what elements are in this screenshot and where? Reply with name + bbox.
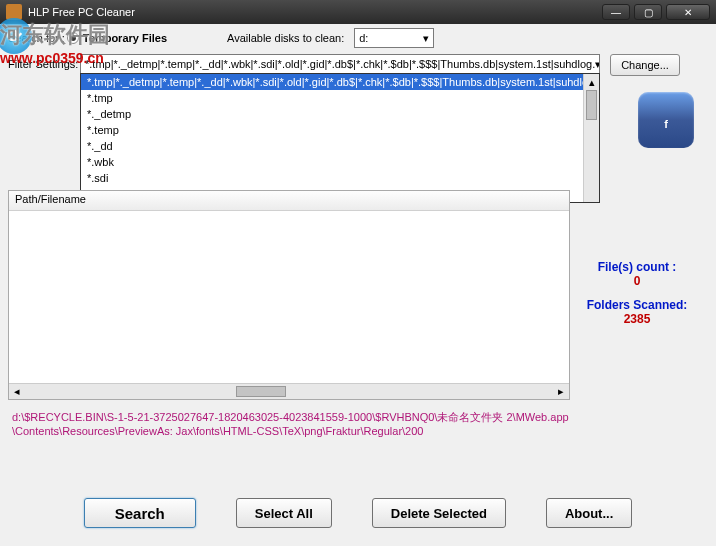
chevron-down-icon: ▾ <box>423 32 429 45</box>
delete-selected-button[interactable]: Delete Selected <box>372 498 506 528</box>
disk-value: d: <box>359 32 368 44</box>
scroll-thumb[interactable] <box>586 90 597 120</box>
dropdown-option[interactable]: *.tmp|*._detmp|*.temp|*._dd|*.wbk|*.sdi|… <box>81 74 599 90</box>
about-button[interactable]: About... <box>546 498 632 528</box>
disk-select[interactable]: d: ▾ <box>354 28 434 48</box>
results-list[interactable]: Path/Filename ◂ ▸ <box>8 190 570 400</box>
folders-scanned-label: Folders Scanned: <box>572 298 702 312</box>
dropdown-option[interactable]: *._detmp <box>81 106 599 122</box>
select-all-button[interactable]: Select All <box>236 498 332 528</box>
window-title: HLP Free PC Cleaner <box>28 6 135 18</box>
button-row: Search Select All Delete Selected About.… <box>0 498 716 528</box>
dropdown-option[interactable]: *._dd <box>81 138 599 154</box>
dropdown-option[interactable]: *.tmp <box>81 90 599 106</box>
dropdown-option[interactable]: *.sdi <box>81 170 599 186</box>
minimize-button[interactable]: — <box>602 4 630 20</box>
chevron-down-icon[interactable]: ▾ <box>595 58 600 71</box>
available-disks-label: Available disks to clean: <box>227 32 344 44</box>
files-count-value: 0 <box>572 274 702 288</box>
change-button[interactable]: Change... <box>610 54 680 76</box>
horizontal-scrollbar[interactable]: ◂ ▸ <box>9 383 569 399</box>
scroll-thumb[interactable] <box>236 386 286 397</box>
search-mode-row: Search for : Temporary Files Available d… <box>0 24 716 52</box>
column-header[interactable]: Path/Filename <box>9 191 569 211</box>
maximize-button[interactable]: ▢ <box>634 4 662 20</box>
scroll-up-icon[interactable]: ▴ <box>584 74 599 90</box>
folders-scanned-value: 2385 <box>572 312 702 326</box>
filter-row: Filter Settings: *.tmp|*._detmp|*.temp|*… <box>0 52 716 205</box>
search-button[interactable]: Search <box>84 498 196 528</box>
filter-label: Filter Settings: <box>8 54 80 70</box>
filter-dropdown[interactable]: *.tmp|*._detmp|*.temp|*._dd|*.wbk|*.sdi|… <box>80 73 600 203</box>
temp-files-label: Temporary Files <box>83 32 167 44</box>
stats-panel: File(s) count : 0 Folders Scanned: 2385 <box>572 260 702 326</box>
dropdown-option[interactable]: *.temp <box>81 122 599 138</box>
temp-files-radio[interactable] <box>67 32 79 44</box>
close-button[interactable]: ✕ <box>666 4 710 20</box>
dropdown-scrollbar[interactable]: ▴ <box>583 74 599 202</box>
scroll-left-icon[interactable]: ◂ <box>9 384 25 399</box>
facebook-icon[interactable]: f <box>638 92 694 148</box>
titlebar: HLP Free PC Cleaner — ▢ ✕ <box>0 0 716 24</box>
scroll-right-icon[interactable]: ▸ <box>553 384 569 399</box>
filter-combobox[interactable]: *.tmp|*._detmp|*.temp|*._dd|*.wbk|*.sdi|… <box>80 54 600 74</box>
dropdown-option[interactable]: *.wbk <box>81 154 599 170</box>
status-path: d:\$RECYCLE.BIN\S-1-5-21-3725027647-1820… <box>12 410 572 438</box>
files-count-label: File(s) count : <box>572 260 702 274</box>
filter-value: *.tmp|*._detmp|*.temp|*._dd|*.wbk|*.sdi|… <box>85 58 595 70</box>
